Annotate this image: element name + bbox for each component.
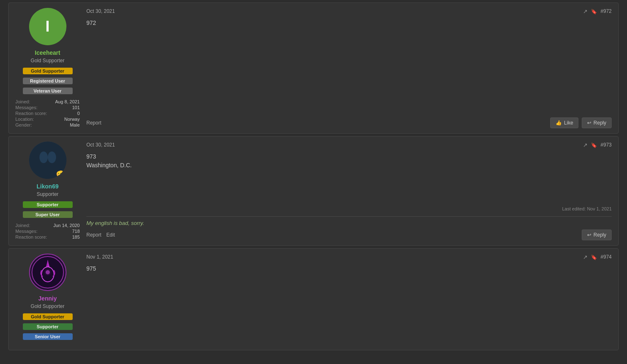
share-icon[interactable] (583, 8, 588, 15)
reply-button[interactable]: Reply (582, 117, 612, 128)
reply-button[interactable]: Reply (582, 230, 612, 240)
post-actions-right: LikeReply (550, 117, 612, 128)
like-icon (556, 120, 562, 126)
reply-icon (587, 232, 591, 238)
post-footer: Report LikeReply (86, 117, 612, 128)
post-number: #973 (600, 142, 612, 148)
user-badge: Gold Supporter (23, 68, 73, 74)
report-link[interactable]: Report (86, 232, 101, 238)
user-title: Gold Supporter (31, 303, 64, 309)
svg-text:😊: 😊 (57, 170, 65, 177)
bookmark-icon[interactable] (591, 142, 597, 148)
user-sidebar: 😊 Likon69 Supporter SupporterSuper User … (15, 142, 80, 240)
post-content: 975 (86, 264, 612, 337)
user-stats: Joined:Jun 14, 2020Messages:718Reaction … (15, 223, 80, 240)
user-title: Gold Supporter (31, 58, 64, 64)
signature: My english is bad, sorry. (86, 220, 612, 226)
svg-point-9 (46, 270, 50, 274)
bookmark-icon[interactable] (591, 8, 597, 15)
user-badge: Senior User (23, 333, 73, 340)
post-footer: ReportEdit Reply (86, 230, 612, 240)
post-header: Oct 30, 2021 #973 (86, 142, 612, 148)
username[interactable]: Iceeheart (35, 49, 60, 56)
share-icon[interactable] (583, 254, 588, 260)
post-actions-right: Reply (582, 230, 612, 240)
post-content: 972 (86, 19, 612, 110)
post-content: 973Washington, D.C. (86, 152, 612, 202)
user-badge: Super User (23, 211, 73, 218)
edit-link[interactable]: Edit (106, 232, 115, 238)
user-badge: Veteran User (23, 88, 73, 94)
post-main: Oct 30, 2021 #972 972 Report (86, 8, 612, 128)
user-badge: Gold Supporter (23, 313, 73, 320)
post-number: #974 (600, 254, 612, 260)
svg-point-2 (48, 151, 56, 163)
like-button[interactable]: Like (550, 117, 578, 128)
user-sidebar: Jenniy Gold Supporter Gold SupporterSupp… (15, 254, 80, 345)
post-actions-left: ReportEdit (86, 232, 115, 238)
user-badge: Supporter (23, 201, 73, 208)
post-main: Oct 30, 2021 #973 973Washington, D.C. La… (86, 142, 612, 240)
username[interactable]: Likon69 (37, 183, 59, 190)
username[interactable]: Jenniy (38, 295, 56, 302)
user-title: Supporter (37, 191, 59, 197)
svg-point-0 (29, 142, 66, 179)
share-icon[interactable] (583, 142, 588, 148)
user-badge: Supporter (23, 323, 73, 330)
last-edited: Last edited: Nov 1, 2021 (86, 206, 612, 211)
reply-icon (587, 120, 591, 126)
post-main: Nov 1, 2021 #974 975 (86, 254, 612, 345)
divider (86, 216, 612, 217)
post-date: Nov 1, 2021 (86, 254, 113, 260)
post-number: #972 (600, 8, 612, 14)
avatar: 😊 (29, 142, 66, 179)
svg-point-1 (39, 151, 48, 163)
bookmark-icon[interactable] (591, 254, 597, 260)
post-header: Nov 1, 2021 #974 (86, 254, 612, 260)
post-header-actions: #973 (583, 142, 612, 148)
post-header-actions: #972 (583, 8, 612, 15)
post-actions-left: Report (86, 120, 101, 126)
post-item: Jenniy Gold Supporter Gold SupporterSupp… (8, 248, 619, 350)
post-item: I Iceeheart Gold Supporter Gold Supporte… (8, 2, 619, 134)
post-header: Oct 30, 2021 #972 (86, 8, 612, 15)
user-badge: Registered User (23, 78, 73, 84)
user-sidebar: I Iceeheart Gold Supporter Gold Supporte… (15, 8, 80, 128)
avatar: I (29, 8, 66, 45)
post-date: Oct 30, 2021 (86, 142, 115, 148)
user-stats: Joined:Aug 8, 2021Messages:101Reaction s… (15, 99, 80, 128)
post-header-actions: #974 (583, 254, 612, 260)
report-link[interactable]: Report (86, 120, 101, 126)
post-date: Oct 30, 2021 (86, 8, 115, 14)
avatar (29, 254, 66, 291)
post-item: 😊 Likon69 Supporter SupporterSuper User … (8, 136, 619, 246)
